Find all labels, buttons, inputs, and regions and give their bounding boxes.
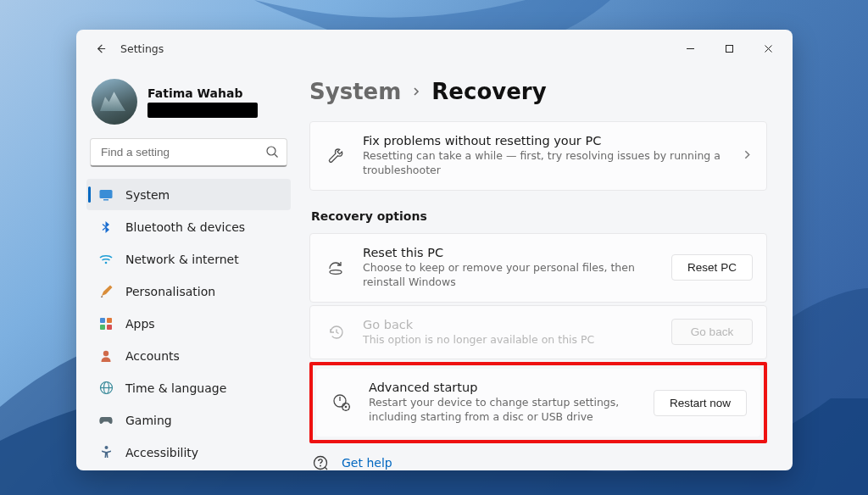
sidebar-item-apps[interactable]: Apps — [86, 308, 291, 339]
sidebar-item-label: Gaming — [125, 414, 172, 427]
svg-point-16 — [345, 406, 348, 409]
svg-rect-0 — [726, 45, 732, 52]
maximize-button[interactable] — [709, 35, 748, 62]
card-subtitle: This option is no longer available on th… — [363, 333, 656, 348]
sidebar-item-label: Apps — [125, 317, 155, 331]
sidebar-item-label: System — [125, 188, 170, 202]
sidebar-item-system[interactable]: System — [86, 179, 291, 210]
sidebar-item-accounts[interactable]: Accounts — [86, 340, 291, 371]
app-title: Settings — [120, 42, 164, 55]
profile-email-redacted — [147, 103, 258, 118]
maximize-icon — [725, 44, 734, 53]
avatar — [92, 79, 137, 125]
sidebar-item-label: Accounts — [125, 349, 180, 363]
svg-point-9 — [103, 350, 108, 355]
svg-point-1 — [267, 147, 275, 155]
card-subtitle: Restart your device to change startup se… — [369, 396, 638, 425]
svg-point-12 — [104, 446, 108, 449]
settings-window: Settings Fatima Wahab — [76, 30, 793, 470]
minimize-button[interactable] — [670, 35, 709, 62]
globe-icon — [98, 381, 114, 396]
card-title: Reset this PC — [363, 246, 656, 259]
search-icon — [265, 145, 279, 162]
accessibility-icon — [98, 445, 114, 460]
restart-now-button[interactable]: Restart now — [654, 390, 747, 416]
sidebar-item-personalisation[interactable]: Personalisation — [86, 275, 291, 307]
annotation-highlight: Advanced startup Restart your device to … — [309, 362, 767, 443]
breadcrumb-parent[interactable]: System — [309, 79, 401, 104]
reset-pc-card: Reset this PC Choose to keep or remove y… — [309, 233, 767, 303]
sidebar: Fatima Wahab System Bluetooth & devices — [76, 67, 301, 470]
wifi-icon — [98, 252, 114, 267]
back-button[interactable] — [88, 36, 112, 60]
card-title: Go back — [363, 318, 656, 331]
go-back-button: Go back — [671, 319, 753, 345]
svg-point-4 — [105, 261, 108, 264]
sidebar-item-label: Bluetooth & devices — [125, 220, 245, 234]
link-label: Get help — [342, 456, 392, 470]
svg-rect-8 — [107, 325, 112, 330]
bluetooth-icon — [98, 220, 114, 235]
card-title: Advanced startup — [369, 381, 638, 394]
fix-problems-card[interactable]: Fix problems without resetting your PC R… — [309, 121, 767, 191]
nav: System Bluetooth & devices Network & int… — [86, 179, 291, 470]
search-input[interactable] — [90, 138, 287, 167]
sidebar-item-privacy[interactable]: Privacy & security — [86, 469, 291, 470]
chevron-right-icon — [742, 147, 753, 164]
help-icon — [311, 455, 330, 470]
close-button[interactable] — [748, 35, 787, 62]
sidebar-item-network[interactable]: Network & internet — [86, 243, 291, 275]
sidebar-item-label: Personalisation — [125, 285, 215, 298]
sidebar-item-gaming[interactable]: Gaming — [86, 404, 291, 436]
reset-pc-button[interactable]: Reset PC — [671, 254, 753, 281]
breadcrumb: System Recovery — [309, 79, 767, 104]
system-icon — [98, 187, 114, 203]
card-subtitle: Resetting can take a while — first, try … — [363, 149, 726, 178]
svg-rect-3 — [103, 199, 108, 201]
sidebar-item-bluetooth[interactable]: Bluetooth & devices — [86, 211, 291, 242]
main-content: System Recovery Fix problems without res… — [301, 67, 793, 470]
card-subtitle: Choose to keep or remove your personal f… — [363, 261, 656, 290]
paintbrush-icon — [98, 284, 114, 299]
history-icon — [324, 323, 348, 342]
wrench-icon — [324, 147, 348, 165]
svg-point-13 — [330, 270, 342, 274]
person-icon — [98, 348, 114, 364]
sidebar-item-label: Network & internet — [125, 253, 239, 266]
go-back-card: Go back This option is no longer availab… — [309, 305, 767, 360]
titlebar: Settings — [76, 30, 793, 67]
reset-icon — [324, 259, 348, 277]
minimize-icon — [686, 44, 695, 53]
sidebar-item-time-language[interactable]: Time & language — [86, 372, 291, 403]
svg-point-18 — [320, 465, 321, 467]
gamepad-icon — [98, 413, 114, 428]
profile-name: Fatima Wahab — [147, 86, 258, 100]
advanced-startup-card: Advanced startup Restart your device to … — [316, 369, 760, 437]
power-gear-icon — [330, 392, 353, 413]
chevron-right-icon — [411, 84, 421, 100]
profile-block[interactable]: Fatima Wahab — [86, 74, 291, 133]
sidebar-item-label: Accessibility — [125, 446, 198, 459]
card-title: Fix problems without resetting your PC — [363, 134, 726, 147]
svg-rect-5 — [100, 318, 105, 323]
section-heading: Recovery options — [311, 209, 767, 223]
svg-rect-6 — [107, 318, 112, 323]
get-help-link[interactable]: Get help — [311, 455, 767, 470]
sidebar-item-accessibility[interactable]: Accessibility — [86, 437, 291, 468]
apps-icon — [98, 316, 114, 331]
arrow-left-icon — [94, 42, 107, 55]
close-icon — [764, 44, 773, 53]
svg-rect-2 — [100, 190, 113, 198]
svg-rect-7 — [100, 325, 105, 330]
sidebar-item-label: Time & language — [125, 381, 226, 395]
page-title: Recovery — [431, 79, 546, 104]
